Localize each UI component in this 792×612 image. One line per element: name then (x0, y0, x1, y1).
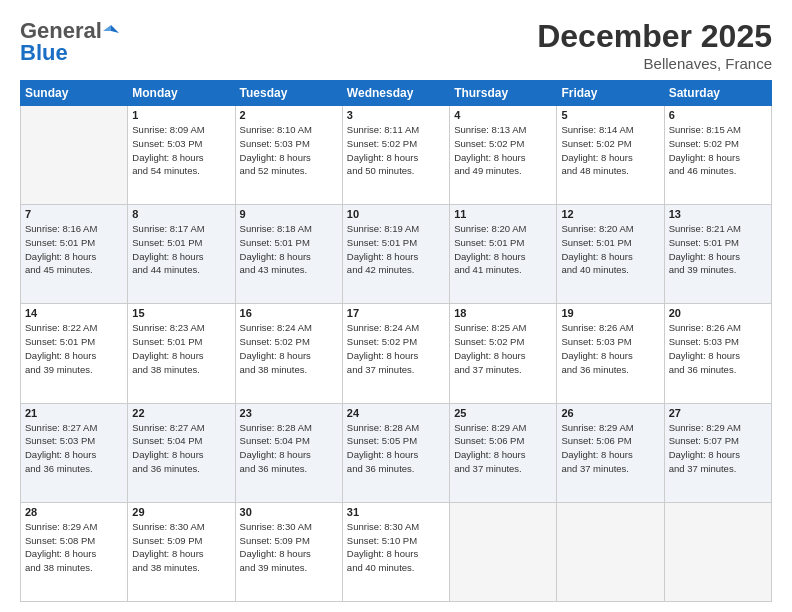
calendar-cell: 16Sunrise: 8:24 AMSunset: 5:02 PMDayligh… (235, 304, 342, 403)
calendar-cell: 14Sunrise: 8:22 AMSunset: 5:01 PMDayligh… (21, 304, 128, 403)
cell-line: Sunset: 5:02 PM (669, 137, 767, 151)
cell-line: and 36 minutes. (132, 462, 230, 476)
cell-line: Daylight: 8 hours (561, 349, 659, 363)
cell-line: Daylight: 8 hours (132, 151, 230, 165)
cell-content: Sunrise: 8:24 AMSunset: 5:02 PMDaylight:… (240, 321, 338, 376)
cell-line: and 37 minutes. (561, 462, 659, 476)
cell-line: Sunrise: 8:27 AM (25, 421, 123, 435)
cell-line: Sunrise: 8:15 AM (669, 123, 767, 137)
cell-line: Daylight: 8 hours (669, 250, 767, 264)
day-number: 1 (132, 109, 230, 121)
cell-content: Sunrise: 8:28 AMSunset: 5:05 PMDaylight:… (347, 421, 445, 476)
day-number: 27 (669, 407, 767, 419)
cell-line: and 38 minutes. (132, 363, 230, 377)
cell-line: and 48 minutes. (561, 164, 659, 178)
cell-content: Sunrise: 8:09 AMSunset: 5:03 PMDaylight:… (132, 123, 230, 178)
day-header-tuesday: Tuesday (235, 81, 342, 106)
cell-line: Sunrise: 8:30 AM (240, 520, 338, 534)
cell-line: Sunset: 5:01 PM (454, 236, 552, 250)
cell-line: Daylight: 8 hours (132, 349, 230, 363)
calendar-cell: 27Sunrise: 8:29 AMSunset: 5:07 PMDayligh… (664, 403, 771, 502)
day-number: 9 (240, 208, 338, 220)
day-number: 3 (347, 109, 445, 121)
cell-line: and 37 minutes. (347, 363, 445, 377)
calendar-week-row: 21Sunrise: 8:27 AMSunset: 5:03 PMDayligh… (21, 403, 772, 502)
cell-line: Sunrise: 8:20 AM (561, 222, 659, 236)
calendar-cell (450, 502, 557, 601)
cell-line: Sunset: 5:02 PM (561, 137, 659, 151)
day-number: 18 (454, 307, 552, 319)
cell-line: Sunset: 5:01 PM (669, 236, 767, 250)
day-number: 23 (240, 407, 338, 419)
calendar-cell: 15Sunrise: 8:23 AMSunset: 5:01 PMDayligh… (128, 304, 235, 403)
cell-line: and 42 minutes. (347, 263, 445, 277)
cell-line: Daylight: 8 hours (347, 349, 445, 363)
calendar-cell: 22Sunrise: 8:27 AMSunset: 5:04 PMDayligh… (128, 403, 235, 502)
cell-line: Daylight: 8 hours (132, 547, 230, 561)
calendar-week-row: 7Sunrise: 8:16 AMSunset: 5:01 PMDaylight… (21, 205, 772, 304)
cell-line: Daylight: 8 hours (25, 547, 123, 561)
cell-line: and 37 minutes. (669, 462, 767, 476)
cell-line: Daylight: 8 hours (240, 250, 338, 264)
cell-line: Sunrise: 8:24 AM (347, 321, 445, 335)
calendar-cell: 23Sunrise: 8:28 AMSunset: 5:04 PMDayligh… (235, 403, 342, 502)
cell-line: and 39 minutes. (25, 363, 123, 377)
day-number: 20 (669, 307, 767, 319)
calendar-cell: 5Sunrise: 8:14 AMSunset: 5:02 PMDaylight… (557, 106, 664, 205)
cell-line: Sunset: 5:04 PM (132, 434, 230, 448)
cell-line: Sunrise: 8:10 AM (240, 123, 338, 137)
day-header-thursday: Thursday (450, 81, 557, 106)
cell-line: Sunset: 5:01 PM (25, 335, 123, 349)
cell-content: Sunrise: 8:29 AMSunset: 5:06 PMDaylight:… (561, 421, 659, 476)
day-number: 30 (240, 506, 338, 518)
cell-line: Sunset: 5:03 PM (561, 335, 659, 349)
calendar-cell: 7Sunrise: 8:16 AMSunset: 5:01 PMDaylight… (21, 205, 128, 304)
day-number: 17 (347, 307, 445, 319)
day-number: 11 (454, 208, 552, 220)
cell-line: Sunrise: 8:29 AM (561, 421, 659, 435)
cell-line: and 46 minutes. (669, 164, 767, 178)
calendar-cell: 1Sunrise: 8:09 AMSunset: 5:03 PMDaylight… (128, 106, 235, 205)
cell-line: and 36 minutes. (25, 462, 123, 476)
cell-line: Sunset: 5:03 PM (132, 137, 230, 151)
cell-line: Sunrise: 8:30 AM (347, 520, 445, 534)
cell-content: Sunrise: 8:14 AMSunset: 5:02 PMDaylight:… (561, 123, 659, 178)
calendar-cell: 25Sunrise: 8:29 AMSunset: 5:06 PMDayligh… (450, 403, 557, 502)
day-number: 29 (132, 506, 230, 518)
cell-line: Sunrise: 8:30 AM (132, 520, 230, 534)
cell-line: and 40 minutes. (347, 561, 445, 575)
calendar-cell: 19Sunrise: 8:26 AMSunset: 5:03 PMDayligh… (557, 304, 664, 403)
cell-line: and 54 minutes. (132, 164, 230, 178)
cell-content: Sunrise: 8:27 AMSunset: 5:03 PMDaylight:… (25, 421, 123, 476)
cell-content: Sunrise: 8:13 AMSunset: 5:02 PMDaylight:… (454, 123, 552, 178)
cell-line: and 36 minutes. (669, 363, 767, 377)
cell-line: Daylight: 8 hours (25, 448, 123, 462)
day-number: 7 (25, 208, 123, 220)
day-number: 14 (25, 307, 123, 319)
cell-line: and 52 minutes. (240, 164, 338, 178)
svg-marker-0 (111, 25, 119, 33)
cell-line: and 36 minutes. (347, 462, 445, 476)
cell-line: Daylight: 8 hours (347, 250, 445, 264)
page-header: General Blue December 2025 Bellenaves, F… (20, 18, 772, 72)
cell-content: Sunrise: 8:24 AMSunset: 5:02 PMDaylight:… (347, 321, 445, 376)
day-number: 8 (132, 208, 230, 220)
cell-line: Sunrise: 8:26 AM (561, 321, 659, 335)
cell-line: Sunrise: 8:13 AM (454, 123, 552, 137)
cell-line: Sunrise: 8:11 AM (347, 123, 445, 137)
cell-line: Daylight: 8 hours (454, 448, 552, 462)
calendar-page: General Blue December 2025 Bellenaves, F… (0, 0, 792, 612)
day-number: 26 (561, 407, 659, 419)
cell-line: Daylight: 8 hours (561, 151, 659, 165)
cell-line: Sunset: 5:09 PM (240, 534, 338, 548)
day-number: 24 (347, 407, 445, 419)
cell-line: Daylight: 8 hours (240, 547, 338, 561)
logo-bird-icon (103, 23, 119, 39)
cell-line: Sunset: 5:02 PM (347, 335, 445, 349)
calendar-cell: 4Sunrise: 8:13 AMSunset: 5:02 PMDaylight… (450, 106, 557, 205)
day-header-friday: Friday (557, 81, 664, 106)
location: Bellenaves, France (537, 55, 772, 72)
cell-line: Sunrise: 8:29 AM (669, 421, 767, 435)
cell-line: Sunrise: 8:22 AM (25, 321, 123, 335)
cell-line: and 37 minutes. (454, 363, 552, 377)
